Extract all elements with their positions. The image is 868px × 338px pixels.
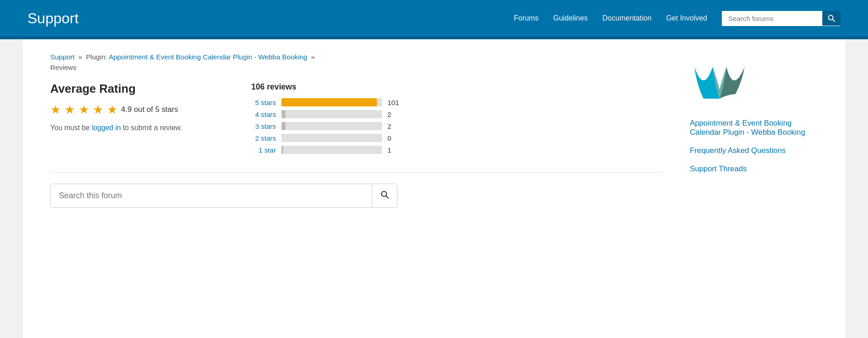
main-container: Support » Plugin: Appointment & Event Bo… [23, 39, 845, 338]
rating-title: Average Rating [50, 82, 224, 95]
star-5: ★ [107, 103, 117, 116]
breadcrumb-support-link[interactable]: Support [50, 53, 74, 61]
bar-track-4 [281, 110, 382, 118]
bar-row-4: 4 stars 2 [251, 110, 662, 118]
star-1: ★ [50, 103, 61, 116]
login-note-after: to submit a review. [121, 124, 182, 132]
bar-count-4: 2 [387, 111, 398, 118]
sidebar-links: Appointment & Event Booking Calendar Plu… [690, 119, 818, 174]
bar-label-3[interactable]: 3 stars [251, 122, 276, 130]
breadcrumb-plugin-prefix: Plugin: [86, 53, 107, 61]
login-note: You must be logged in to submit a review… [50, 124, 224, 132]
svg-line-1 [833, 20, 835, 22]
forum-search-icon [381, 190, 389, 199]
sidebar-plugin-link[interactable]: Appointment & Event Booking Calendar Plu… [690, 119, 818, 137]
bar-label-2[interactable]: 2 stars [251, 134, 276, 142]
bar-track-3 [281, 122, 382, 130]
breadcrumb: Support » Plugin: Appointment & Event Bo… [50, 53, 662, 61]
bar-row-3: 3 stars 2 [251, 122, 662, 130]
star-2: ★ [64, 103, 75, 116]
stars-row: ★ ★ ★ ★ ★ 4.9 out of 5 stars [50, 103, 224, 116]
bar-fill-1 [281, 146, 283, 154]
header-search-button[interactable] [822, 11, 841, 26]
main-nav: Forums Guidelines Documentation Get Invo… [514, 11, 841, 26]
bar-label-4[interactable]: 4 stars [251, 111, 276, 118]
sidebar-faq-link[interactable]: Frequently Asked Questions [690, 146, 818, 155]
webba-logo-icon [690, 58, 749, 108]
breadcrumb-plugin-link[interactable]: Appointment & Event Booking Calendar Plu… [109, 53, 307, 61]
svg-line-3 [386, 196, 388, 198]
rating-left: Average Rating ★ ★ ★ ★ ★ 4.9 out of 5 st… [50, 82, 224, 158]
bar-count-1: 1 [387, 146, 398, 154]
forum-search-button[interactable] [372, 184, 397, 207]
rating-text: 4.9 out of 5 stars [121, 105, 178, 114]
bar-row-1: 1 star 1 [251, 146, 662, 154]
bar-row-5: 5 stars 101 [251, 98, 662, 106]
breadcrumb-sep2: » [311, 53, 315, 61]
bar-track-2 [281, 134, 382, 142]
sidebar-support-link[interactable]: Support Threads [690, 164, 818, 174]
forum-search-bar [50, 184, 397, 208]
bar-row-2: 2 stars 0 [251, 134, 662, 142]
section-divider [50, 172, 662, 173]
header-search-bar [722, 11, 841, 26]
bar-count-5: 101 [387, 99, 398, 106]
bar-count-3: 2 [387, 122, 398, 130]
breadcrumb-sep1: » [78, 53, 82, 61]
bar-track-1 [281, 146, 382, 154]
sidebar: Appointment & Event Booking Calendar Plu… [690, 53, 818, 327]
login-link[interactable]: logged in [92, 124, 121, 132]
site-header: Support Forums Guidelines Documentation … [0, 0, 868, 37]
search-icon [828, 15, 835, 22]
reviews-count: 106 reviews [251, 82, 662, 92]
main-content: Support » Plugin: Appointment & Event Bo… [50, 53, 662, 327]
bar-fill-4 [281, 110, 286, 118]
rating-bars: 106 reviews 5 stars 101 4 stars 2 [251, 82, 662, 158]
nav-guidelines[interactable]: Guidelines [553, 14, 588, 22]
login-note-before: You must be [50, 124, 92, 132]
star-4: ★ [93, 103, 103, 116]
site-title: Support [27, 10, 79, 27]
nav-get-involved[interactable]: Get Involved [666, 14, 707, 22]
plugin-logo [690, 58, 818, 108]
bar-count-2: 0 [387, 134, 398, 142]
bar-label-1[interactable]: 1 star [251, 146, 276, 154]
bar-label-5[interactable]: 5 stars [251, 99, 276, 106]
star-3: ★ [79, 103, 89, 116]
breadcrumb-current: Reviews [50, 63, 662, 71]
nav-documentation[interactable]: Documentation [603, 14, 652, 22]
bar-track-5 [281, 98, 382, 106]
bar-fill-5 [281, 98, 377, 106]
rating-section: Average Rating ★ ★ ★ ★ ★ 4.9 out of 5 st… [50, 82, 662, 158]
bar-fill-3 [281, 122, 286, 130]
header-search-input[interactable] [722, 11, 822, 26]
nav-forums[interactable]: Forums [514, 14, 539, 22]
forum-search-input[interactable] [51, 185, 372, 207]
